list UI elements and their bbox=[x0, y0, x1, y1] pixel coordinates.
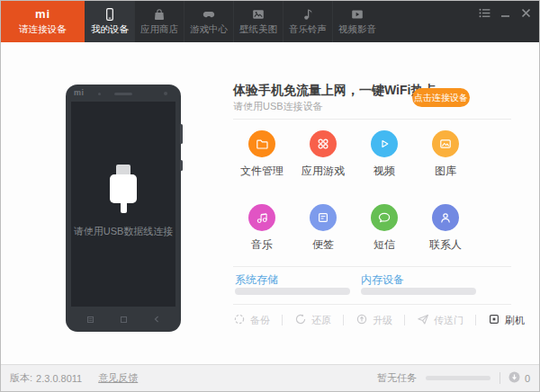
divider bbox=[233, 304, 511, 305]
shortcut-file-manager[interactable]: 文件管理 bbox=[231, 130, 292, 179]
system-storage-link[interactable]: 系统存储 bbox=[235, 272, 278, 288]
phone-mi-logo: mi bbox=[74, 88, 85, 97]
connect-tab-label: 请连接设备 bbox=[19, 23, 67, 36]
connect-device-button[interactable]: 点击连接设备 bbox=[412, 88, 470, 107]
device-toolbar: 备份 还原 升级 传送门 刷机 bbox=[233, 312, 525, 328]
gallery-icon bbox=[432, 130, 459, 157]
phone-volume-button bbox=[180, 124, 183, 144]
portal-icon bbox=[417, 313, 429, 327]
portal-button: 传送门 bbox=[417, 313, 464, 327]
phone-power-button bbox=[180, 160, 183, 171]
backup-button: 备份 bbox=[233, 313, 270, 327]
gamepad-icon bbox=[202, 7, 216, 22]
shortcut-video[interactable]: 视频 bbox=[354, 130, 415, 179]
shortcut-contacts[interactable]: 联系人 bbox=[415, 204, 476, 253]
top-nav: mi 请连接设备 我的设备 应用商店 游戏中心 壁纸美图 bbox=[1, 1, 539, 42]
task-list-icon[interactable] bbox=[478, 7, 490, 18]
shortcut-label: 短信 bbox=[374, 237, 395, 253]
toolbar-separator bbox=[282, 315, 283, 325]
usb-plug-icon bbox=[71, 165, 176, 213]
status-left: 版本: 2.3.0.8011 意见反馈 bbox=[10, 371, 138, 385]
main-content: mi 请使用USB数据线连接 体验手机免流量上网，一键WiFi热点 请使用USB… bbox=[1, 42, 539, 364]
shortcut-sms[interactable]: 短信 bbox=[354, 204, 415, 253]
shortcut-label: 音乐 bbox=[251, 237, 273, 253]
contacts-icon bbox=[432, 204, 459, 231]
window-controls bbox=[478, 7, 532, 18]
toolbar-separator bbox=[343, 315, 344, 325]
picture-icon bbox=[251, 7, 266, 22]
status-bar: 版本: 2.3.0.8011 意见反馈 暂无任务 0 bbox=[1, 364, 539, 391]
panel-subtitle: 请使用USB连接设备 bbox=[233, 100, 323, 113]
phone-speaker bbox=[114, 93, 132, 95]
status-right: 暂无任务 0 bbox=[377, 371, 530, 385]
system-storage-bar bbox=[235, 288, 350, 295]
mi-logo: mi bbox=[35, 8, 50, 21]
phone-screen: 请使用USB数据线连接 bbox=[71, 102, 176, 307]
tab-game-center[interactable]: 游戏中心 bbox=[184, 1, 233, 42]
phone-menu-icon bbox=[87, 310, 94, 326]
shortcut-label: 图库 bbox=[435, 164, 456, 179]
shortcut-apps-games[interactable]: 应用游戏 bbox=[292, 130, 354, 179]
internal-storage-link[interactable]: 内存设备 bbox=[361, 272, 404, 288]
download-icon[interactable] bbox=[508, 371, 520, 385]
tab-label: 应用商店 bbox=[140, 23, 178, 36]
shopping-bag-icon bbox=[152, 7, 166, 22]
shortcut-grid: 文件管理 应用游戏 视频 图库 bbox=[231, 130, 476, 253]
shortcut-label: 联系人 bbox=[429, 237, 462, 253]
tab-label: 音乐铃声 bbox=[289, 23, 327, 36]
toolbar-separator bbox=[475, 315, 476, 325]
version-label: 版本: bbox=[10, 371, 32, 385]
backup-icon bbox=[233, 313, 246, 327]
usb-hint-text: 请使用USB数据线连接 bbox=[71, 225, 176, 238]
notes-icon bbox=[310, 204, 337, 231]
panel-title: 体验手机免流量上网，一键WiFi热点 bbox=[233, 83, 436, 99]
version-value: 2.3.0.8011 bbox=[36, 373, 82, 384]
tool-label: 备份 bbox=[250, 314, 270, 327]
shortcut-music[interactable]: 音乐 bbox=[231, 204, 292, 253]
feedback-link[interactable]: 意见反馈 bbox=[98, 371, 138, 385]
tab-my-device[interactable]: 我的设备 bbox=[85, 1, 134, 42]
flash-icon bbox=[488, 313, 500, 327]
minimize-icon[interactable] bbox=[499, 7, 511, 18]
shortcut-label: 应用游戏 bbox=[302, 164, 345, 179]
restore-button: 还原 bbox=[294, 313, 331, 327]
folder-icon bbox=[248, 130, 275, 157]
phone-icon bbox=[103, 7, 117, 22]
tab-wallpapers[interactable]: 壁纸美图 bbox=[233, 1, 283, 42]
task-status-text: 暂无任务 bbox=[377, 371, 417, 385]
play-icon bbox=[371, 130, 398, 157]
tool-label: 刷机 bbox=[505, 314, 525, 327]
tool-label: 升级 bbox=[373, 314, 392, 327]
shortcut-label: 视频 bbox=[374, 164, 395, 179]
music-note-icon bbox=[301, 7, 315, 22]
task-progress-bar bbox=[426, 376, 490, 380]
tab-label: 壁纸美图 bbox=[239, 23, 277, 36]
shortcut-gallery[interactable]: 图库 bbox=[415, 130, 476, 179]
close-icon[interactable] bbox=[519, 7, 532, 18]
apps-icon bbox=[310, 130, 337, 157]
tab-label: 视频影音 bbox=[338, 23, 376, 36]
internal-storage-bar bbox=[361, 288, 476, 295]
tab-music-ringtones[interactable]: 音乐铃声 bbox=[283, 1, 332, 42]
video-icon bbox=[350, 7, 364, 22]
shortcut-label: 文件管理 bbox=[240, 164, 284, 179]
tab-app-store[interactable]: 应用商店 bbox=[134, 1, 184, 42]
phone-sensor-dot bbox=[98, 93, 101, 95]
phone-back-icon bbox=[154, 310, 159, 326]
phone-camera bbox=[164, 92, 167, 95]
tab-video[interactable]: 视频影音 bbox=[332, 1, 382, 42]
upgrade-icon bbox=[356, 313, 368, 327]
download-count: 0 bbox=[525, 373, 530, 384]
music-icon bbox=[248, 204, 275, 231]
toolbar-separator bbox=[404, 315, 405, 325]
connect-device-tab[interactable]: mi 请连接设备 bbox=[1, 1, 85, 42]
tab-label: 游戏中心 bbox=[190, 23, 228, 36]
restore-icon bbox=[294, 313, 307, 327]
shortcut-notes[interactable]: 便签 bbox=[292, 204, 354, 253]
mi-pc-suite-window: mi 请连接设备 我的设备 应用商店 游戏中心 壁纸美图 bbox=[0, 0, 540, 392]
flash-rom-button[interactable]: 刷机 bbox=[488, 313, 525, 327]
tab-label: 我的设备 bbox=[91, 23, 129, 36]
status-separator bbox=[500, 372, 500, 384]
tool-label: 传送门 bbox=[434, 314, 464, 327]
sms-icon bbox=[371, 204, 398, 231]
